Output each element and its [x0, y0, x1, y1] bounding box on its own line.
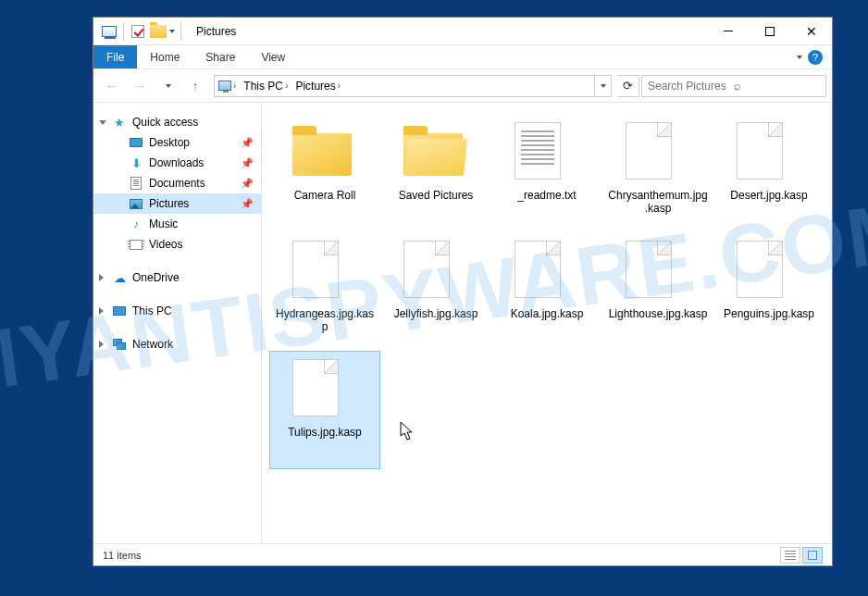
breadcrumb-thispc[interactable]: This PC ›	[240, 76, 291, 96]
file-icon	[292, 118, 357, 183]
file-icon	[515, 118, 579, 183]
file-item[interactable]: Chrysanthemum.jpg.kasp	[602, 114, 713, 232]
sidebar-item-label: Documents	[149, 177, 205, 190]
sidebar-network[interactable]: Network	[93, 334, 261, 354]
sidebar-item-documents[interactable]: Documents📌	[93, 173, 261, 193]
file-name: Hydrangeas.jpg.kasp	[274, 307, 376, 334]
file-name: Lighthouse.jpg.kasp	[609, 307, 708, 320]
file-item[interactable]: Camera Roll	[269, 114, 380, 232]
sidebar-item-music[interactable]: ♪Music	[93, 214, 261, 234]
file-icon	[626, 237, 690, 302]
sidebar-item-downloads[interactable]: ⬇Downloads📌	[93, 153, 261, 173]
tab-home[interactable]: Home	[137, 45, 192, 68]
new-folder-icon[interactable]	[148, 21, 168, 42]
desktop-icon	[129, 135, 143, 150]
sidebar-item-label: Pictures	[149, 197, 189, 210]
file-icon	[292, 237, 357, 302]
pin-icon: 📌	[241, 137, 254, 149]
file-name: _readme.txt	[517, 189, 576, 202]
sidebar-item-videos[interactable]: Videos	[93, 234, 261, 255]
file-name: Desert.jpg.kasp	[730, 189, 807, 202]
qat-dropdown-icon[interactable]	[169, 30, 175, 33]
file-name: Penguins.jpg.kasp	[724, 307, 814, 320]
file-grid: Camera RollSaved Pictures_readme.txtChry…	[269, 114, 825, 469]
pin-icon: 📌	[241, 157, 254, 169]
file-item[interactable]: Penguins.jpg.kasp	[713, 232, 825, 351]
status-bar: 11 items	[93, 543, 832, 565]
breadcrumb-pictures[interactable]: Pictures ›	[291, 76, 344, 96]
file-item[interactable]: Saved Pictures	[380, 114, 491, 232]
maximize-button[interactable]	[749, 18, 790, 45]
ribbon-expand-icon[interactable]	[797, 56, 802, 59]
recent-dropdown-icon[interactable]	[155, 73, 180, 99]
pc-icon	[218, 81, 231, 91]
tab-file[interactable]: File	[93, 45, 137, 68]
file-name: Jellyfish.jpg.kasp	[394, 307, 478, 320]
file-icon	[292, 355, 357, 420]
title-bar: Pictures ✕	[93, 18, 832, 45]
file-view[interactable]: Camera RollSaved Pictures_readme.txtChry…	[262, 103, 832, 543]
back-button[interactable]: ←	[99, 73, 125, 99]
breadcrumb-root[interactable]: ›	[215, 76, 240, 96]
sidebar-item-label: Videos	[149, 238, 182, 251]
qat-separator	[123, 22, 124, 41]
sidebar-item-label: Downloads	[149, 156, 204, 169]
tab-view[interactable]: View	[248, 45, 298, 68]
pin-icon: 📌	[241, 198, 254, 210]
file-name: Koala.jpg.kasp	[511, 307, 584, 320]
chevron-down-icon[interactable]	[99, 120, 106, 125]
chevron-right-icon[interactable]	[99, 341, 104, 348]
sidebar-label: This PC	[132, 304, 172, 317]
help-icon[interactable]: ?	[808, 50, 823, 65]
tab-share[interactable]: Share	[192, 45, 248, 68]
view-large-icons-button[interactable]	[802, 547, 823, 564]
sidebar-item-pictures[interactable]: Pictures📌	[93, 193, 261, 214]
pin-icon: 📌	[241, 178, 254, 190]
ribbon-tabs: File Home Share View ?	[93, 45, 832, 69]
search-icon: ⌕	[734, 79, 820, 93]
navigation-pane: ★ Quick access Desktop📌⬇Downloads📌Docume…	[93, 103, 262, 543]
sidebar-item-label: Music	[149, 217, 178, 230]
explorer-window: Pictures ✕ File Home Share View ? ← → ↑ …	[93, 17, 833, 566]
star-icon: ★	[112, 115, 127, 130]
breadcrumb-label: This PC	[243, 80, 283, 93]
properties-icon[interactable]	[99, 21, 119, 42]
sidebar-item-desktop[interactable]: Desktop📌	[93, 132, 261, 153]
address-dropdown-icon[interactable]	[594, 76, 611, 96]
quick-access-toolbar	[93, 21, 175, 42]
file-name: Chrysanthemum.jpg.kasp	[607, 189, 709, 216]
file-item[interactable]: _readme.txt	[491, 114, 602, 232]
file-item[interactable]: Lighthouse.jpg.kasp	[602, 232, 713, 351]
up-button[interactable]: ↑	[182, 73, 208, 99]
navigation-bar: ← → ↑ › This PC › Pictures › ⟳ Search Pi…	[93, 69, 832, 103]
save-check-icon[interactable]	[128, 21, 148, 42]
view-details-button[interactable]	[780, 547, 800, 564]
videos-icon	[129, 237, 143, 252]
status-count: 11 items	[103, 550, 142, 561]
sidebar-label: Quick access	[132, 116, 198, 129]
forward-button[interactable]: →	[127, 73, 153, 99]
documents-icon	[129, 176, 143, 191]
refresh-button[interactable]: ⟳	[617, 75, 639, 97]
file-icon	[737, 237, 801, 302]
file-item[interactable]: Hydrangeas.jpg.kasp	[269, 232, 380, 351]
file-item[interactable]: Koala.jpg.kasp	[491, 232, 602, 351]
minimize-button[interactable]	[707, 18, 749, 45]
file-item[interactable]: Desert.jpg.kasp	[713, 114, 825, 232]
network-icon	[112, 337, 127, 352]
file-icon	[403, 237, 468, 302]
sidebar-onedrive[interactable]: ☁ OneDrive	[93, 267, 261, 288]
sidebar-this-pc[interactable]: This PC	[93, 301, 261, 321]
search-input[interactable]: Search Pictures ⌕	[641, 75, 826, 97]
file-item[interactable]: Jellyfish.jpg.kasp	[380, 232, 491, 351]
address-bar[interactable]: › This PC › Pictures ›	[214, 75, 612, 97]
sidebar-quick-access[interactable]: ★ Quick access	[93, 112, 261, 132]
chevron-right-icon[interactable]	[99, 274, 104, 281]
file-icon	[403, 118, 468, 183]
chevron-right-icon[interactable]	[99, 307, 104, 315]
file-name: Saved Pictures	[399, 189, 474, 202]
sidebar-item-label: Desktop	[149, 136, 190, 149]
pictures-icon	[129, 196, 143, 211]
file-item[interactable]: Tulips.jpg.kasp	[269, 351, 380, 469]
close-button[interactable]: ✕	[790, 18, 832, 45]
